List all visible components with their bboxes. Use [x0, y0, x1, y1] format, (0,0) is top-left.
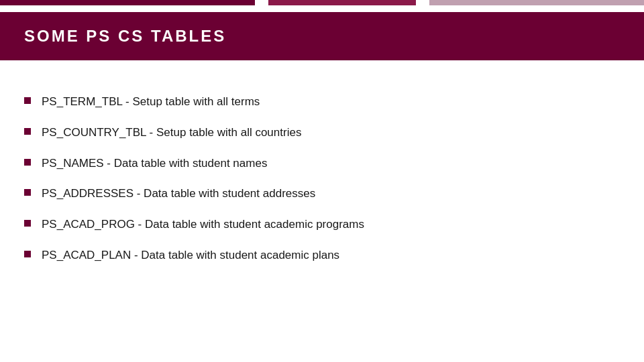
- bullet-text: PS_ADDRESSES - Data table with student a…: [42, 186, 315, 202]
- list-item: PS_NAMES - Data table with student names: [24, 156, 620, 172]
- bullet-list: PS_TERM_TBL - Setup table with all terms…: [24, 94, 620, 263]
- bullet-key: PS_TERM_TBL: [42, 95, 122, 108]
- list-item: PS_ACAD_PROG - Data table with student a…: [24, 217, 620, 233]
- bar-dark: [0, 0, 255, 5]
- bullet-icon: [24, 251, 31, 257]
- bullet-text: PS_TERM_TBL - Setup table with all terms: [42, 94, 260, 110]
- bar-light: [429, 0, 644, 5]
- bullet-key: PS_COUNTRY_TBL: [42, 126, 146, 139]
- bullet-description: - Data table with student academic plans: [131, 249, 339, 261]
- bullet-icon: [24, 97, 31, 104]
- list-item: PS_ACAD_PLAN - Data table with student a…: [24, 247, 620, 263]
- top-bars: [0, 0, 644, 5]
- bullet-description: - Data table with student names: [104, 157, 268, 170]
- bar-mid: [268, 0, 416, 5]
- slide: SOME PS CS TABLES PS_TERM_TBL - Setup ta…: [0, 0, 644, 362]
- bullet-key: PS_ADDRESSES: [42, 187, 133, 200]
- bullet-text: PS_NAMES - Data table with student names: [42, 156, 267, 172]
- bullet-icon: [24, 220, 31, 227]
- bullet-description: - Data table with student academic progr…: [135, 218, 364, 231]
- list-item: PS_COUNTRY_TBL - Setup table with all co…: [24, 125, 620, 141]
- bullet-text: PS_COUNTRY_TBL - Setup table with all co…: [42, 125, 301, 141]
- bullet-key: PS_ACAD_PROG: [42, 218, 135, 231]
- bullet-description: - Setup table with all terms: [122, 95, 260, 108]
- slide-title: SOME PS CS TABLES: [24, 27, 226, 45]
- list-item: PS_ADDRESSES - Data table with student a…: [24, 186, 620, 202]
- bar-gap2: [416, 0, 429, 5]
- bar-gap1: [255, 0, 268, 5]
- list-item: PS_TERM_TBL - Setup table with all terms: [24, 94, 620, 110]
- bullet-icon: [24, 128, 31, 135]
- bullet-icon: [24, 189, 31, 196]
- header-banner: SOME PS CS TABLES: [0, 12, 644, 60]
- bullet-text: PS_ACAD_PROG - Data table with student a…: [42, 217, 364, 233]
- bullet-key: PS_NAMES: [42, 157, 104, 170]
- bullet-description: - Data table with student addresses: [133, 187, 315, 200]
- bullet-icon: [24, 159, 31, 166]
- bullet-description: - Setup table with all countries: [146, 126, 302, 139]
- content-area: PS_TERM_TBL - Setup table with all terms…: [24, 94, 620, 278]
- bullet-text: PS_ACAD_PLAN - Data table with student a…: [42, 247, 339, 263]
- bullet-key: PS_ACAD_PLAN: [42, 249, 131, 261]
